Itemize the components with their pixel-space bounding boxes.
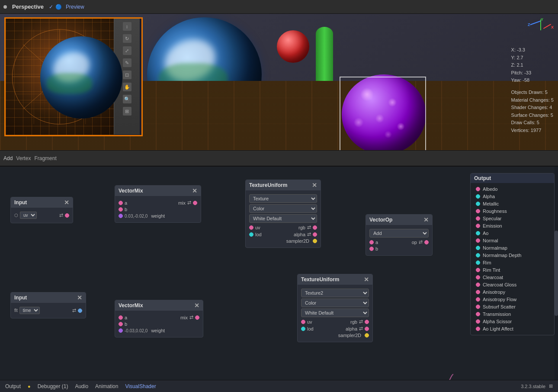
vectormix1-close[interactable]: ✕ bbox=[192, 187, 197, 194]
output-specular: Specular bbox=[473, 215, 552, 222]
layout-icon[interactable]: ⊞ bbox=[549, 383, 553, 389]
vm2-mix-out bbox=[195, 315, 199, 320]
anisotropy-socket bbox=[476, 290, 480, 294]
texture1-alpha-flip[interactable]: ⇄ bbox=[307, 231, 311, 237]
vectorop-a-in bbox=[369, 240, 374, 244]
texture-node-2: TextureUniform ✕ Texture2 Color White De… bbox=[297, 274, 373, 342]
vm2-weight-in bbox=[119, 328, 123, 333]
viewport-bottom-bar: Add Vertex Fragment bbox=[0, 150, 558, 166]
stat-vertices: Vertices: 1977 bbox=[511, 127, 554, 135]
status-debugger[interactable]: Debugger (1) bbox=[38, 383, 68, 389]
input1-output-socket bbox=[65, 213, 69, 218]
texture2-header: TextureUniform ✕ bbox=[298, 274, 372, 285]
output-ao-light: Ao Light Affect bbox=[473, 326, 552, 332]
texture1-close[interactable]: ✕ bbox=[312, 182, 317, 189]
input1-flip[interactable]: ⇄ bbox=[59, 212, 63, 218]
specular-socket bbox=[476, 216, 480, 221]
vectormix-node-2: VectorMix ✕ a mix ⇄ b -0.03 bbox=[115, 300, 203, 337]
status-audio[interactable]: Audio bbox=[75, 383, 88, 389]
earth-sphere-preview bbox=[40, 36, 122, 119]
alpha-scissor-socket bbox=[476, 319, 480, 324]
node-editor[interactable]: Input ✕ ⬡ uv ⇄ VectorMix ✕ bbox=[0, 167, 558, 380]
input1-type-select[interactable]: uv bbox=[20, 212, 37, 219]
anisotropy-flow-socket bbox=[476, 297, 480, 302]
texture2-lod-row: lod alpha ⇄ bbox=[301, 326, 369, 331]
earth-preview bbox=[38, 22, 125, 132]
stat-yaw: Yaw: -58 bbox=[511, 77, 554, 84]
texture1-name-select[interactable]: Texture bbox=[249, 194, 317, 203]
roughness-socket bbox=[476, 209, 480, 213]
vertex-mode[interactable]: Vertex bbox=[16, 155, 31, 161]
scrollbar-thumb[interactable] bbox=[555, 231, 558, 316]
vm2-a-in bbox=[119, 315, 123, 320]
add-button[interactable]: Add bbox=[3, 155, 13, 161]
vectormix2-body: a mix ⇄ b -0.03,0.02,0 weight bbox=[115, 311, 203, 337]
normalmap-depth-socket bbox=[476, 253, 480, 257]
metallic-socket bbox=[476, 202, 480, 206]
vectorop-op-flip[interactable]: ⇄ bbox=[419, 239, 423, 245]
status-output[interactable]: Output bbox=[5, 383, 21, 389]
preview-button[interactable]: 🔵 Preview bbox=[49, 4, 84, 10]
texture1-white-select[interactable]: White Default bbox=[249, 214, 317, 223]
input2-close[interactable]: ✕ bbox=[77, 294, 82, 301]
texture2-name-select[interactable]: Texture2 bbox=[301, 289, 369, 297]
vectorop-b-in bbox=[369, 247, 374, 251]
normalmap-socket bbox=[476, 246, 480, 250]
vectormix2-header: VectorMix ✕ bbox=[115, 300, 203, 311]
status-right: 3.2.3.stable ⊞ bbox=[521, 383, 553, 389]
texture2-rgb-out bbox=[365, 320, 369, 324]
vectorop-op-select[interactable]: Add bbox=[369, 229, 429, 238]
output-metallic: Metallic bbox=[473, 201, 552, 207]
fragment-mode[interactable]: Fragment bbox=[34, 155, 56, 161]
texture2-rgb-flip[interactable]: ⇄ bbox=[359, 319, 363, 325]
output-anisotropy: Anisotropy bbox=[473, 289, 552, 295]
emission-socket bbox=[476, 224, 480, 228]
texture2-close[interactable]: ✕ bbox=[364, 276, 369, 283]
stat-x: X: -3.3 bbox=[511, 46, 554, 54]
stat-shaders: Shader Changes: 4 bbox=[511, 104, 554, 112]
axis-gizmo: Y Z X bbox=[528, 17, 554, 43]
vectorop-out bbox=[424, 240, 429, 244]
header-dot bbox=[3, 5, 7, 9]
texture1-color-row: Color bbox=[249, 204, 317, 213]
output-alpha: Alpha bbox=[473, 193, 552, 199]
vectormix2-close[interactable]: ✕ bbox=[194, 302, 199, 309]
vm1-mix-flip[interactable]: ⇄ bbox=[187, 200, 191, 206]
texture1-uv-row: uv rgb ⇄ bbox=[249, 225, 317, 230]
vm1-b-in bbox=[119, 207, 123, 212]
output-roughness: Roughness bbox=[473, 208, 552, 214]
selection-box bbox=[340, 77, 426, 150]
input1-type-row: ⬡ uv ⇄ bbox=[14, 212, 69, 219]
vm1-b-row: b bbox=[119, 207, 197, 212]
vm2-mix-flip[interactable]: ⇄ bbox=[189, 315, 193, 320]
input1-close[interactable]: ✕ bbox=[64, 199, 69, 206]
texture2-color-select[interactable]: Color bbox=[301, 299, 369, 307]
input2-flip[interactable]: ⇄ bbox=[72, 308, 76, 313]
texture2-white-select[interactable]: White Default bbox=[301, 308, 369, 317]
stat-objects: Objects Drawn: 5 bbox=[511, 89, 554, 96]
output-normal: Normal bbox=[473, 238, 552, 244]
texture2-name-row: Texture2 bbox=[301, 289, 369, 297]
texture1-alpha-out bbox=[313, 232, 317, 237]
status-animation[interactable]: Animation bbox=[95, 383, 118, 389]
subsurf-socket bbox=[476, 305, 480, 309]
ao-light-socket bbox=[476, 327, 480, 331]
status-visual-shader[interactable]: VisualShader bbox=[125, 383, 156, 389]
texture1-name-row: Texture bbox=[249, 194, 317, 203]
output-transmission: Transmission bbox=[473, 311, 552, 317]
vectormix1-header: VectorMix ✕ bbox=[115, 186, 201, 196]
albedo-socket bbox=[476, 187, 480, 191]
texture1-rgb-flip[interactable]: ⇄ bbox=[307, 225, 311, 230]
input1-header: Input ✕ bbox=[11, 197, 73, 208]
texture2-uv-in bbox=[301, 320, 305, 324]
clearcoat-gloss-socket bbox=[476, 283, 480, 287]
scrollbar[interactable] bbox=[555, 167, 558, 380]
input2-type-select[interactable]: time bbox=[19, 307, 40, 314]
scene-area[interactable]: ↕ ↻ ⤢ ✎ ⊡ ✋ 🔍 ⊞ bbox=[0, 14, 558, 150]
texture1-lod-row: lod alpha ⇄ bbox=[249, 231, 317, 237]
vm1-mix-out bbox=[193, 201, 197, 205]
texture2-alpha-flip[interactable]: ⇄ bbox=[359, 326, 363, 331]
texture1-color-select[interactable]: Color bbox=[249, 204, 317, 213]
vectorop-close[interactable]: ✕ bbox=[423, 216, 429, 223]
input-node-1: Input ✕ ⬡ uv ⇄ bbox=[10, 197, 73, 223]
